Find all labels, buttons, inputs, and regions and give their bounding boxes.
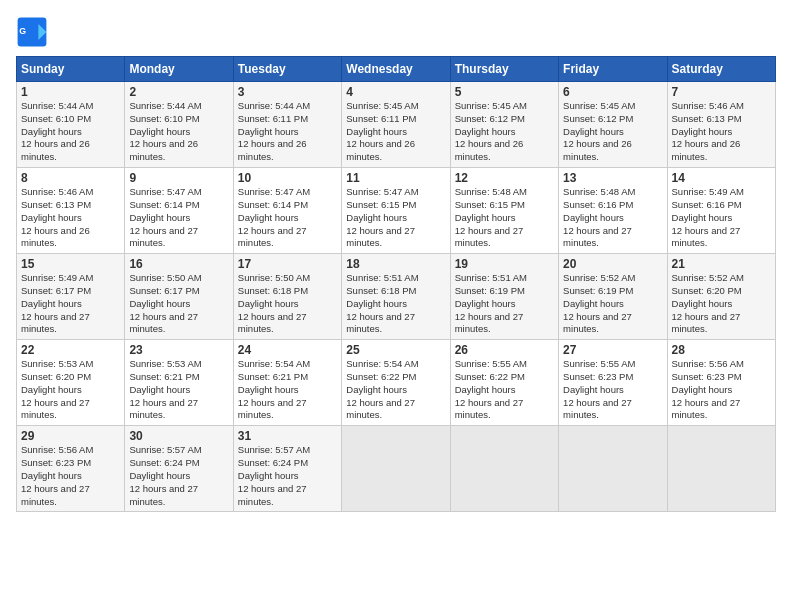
logo: G <box>16 16 52 48</box>
calendar-cell: 20 Sunrise: 5:52 AM Sunset: 6:19 PM Dayl… <box>559 254 667 340</box>
calendar-cell: 1 Sunrise: 5:44 AM Sunset: 6:10 PM Dayli… <box>17 82 125 168</box>
day-info: Sunrise: 5:49 AM Sunset: 6:16 PM Dayligh… <box>672 186 771 250</box>
calendar-cell <box>450 426 558 512</box>
day-number: 15 <box>21 257 120 271</box>
day-number: 23 <box>129 343 228 357</box>
calendar-cell: 13 Sunrise: 5:48 AM Sunset: 6:16 PM Dayl… <box>559 168 667 254</box>
day-info: Sunrise: 5:56 AM Sunset: 6:23 PM Dayligh… <box>21 444 120 508</box>
day-number: 30 <box>129 429 228 443</box>
logo-icon: G <box>16 16 48 48</box>
calendar-cell: 8 Sunrise: 5:46 AM Sunset: 6:13 PM Dayli… <box>17 168 125 254</box>
day-info: Sunrise: 5:57 AM Sunset: 6:24 PM Dayligh… <box>129 444 228 508</box>
day-info: Sunrise: 5:45 AM Sunset: 6:12 PM Dayligh… <box>455 100 554 164</box>
calendar-cell <box>559 426 667 512</box>
day-number: 26 <box>455 343 554 357</box>
calendar-cell: 25 Sunrise: 5:54 AM Sunset: 6:22 PM Dayl… <box>342 340 450 426</box>
calendar-container: G SundayMondayTuesdayWednesdayThursdayFr… <box>0 0 792 520</box>
calendar-cell: 17 Sunrise: 5:50 AM Sunset: 6:18 PM Dayl… <box>233 254 341 340</box>
day-info: Sunrise: 5:44 AM Sunset: 6:11 PM Dayligh… <box>238 100 337 164</box>
week-row-3: 15 Sunrise: 5:49 AM Sunset: 6:17 PM Dayl… <box>17 254 776 340</box>
calendar-cell: 19 Sunrise: 5:51 AM Sunset: 6:19 PM Dayl… <box>450 254 558 340</box>
calendar-cell: 7 Sunrise: 5:46 AM Sunset: 6:13 PM Dayli… <box>667 82 775 168</box>
calendar-cell: 23 Sunrise: 5:53 AM Sunset: 6:21 PM Dayl… <box>125 340 233 426</box>
day-info: Sunrise: 5:50 AM Sunset: 6:18 PM Dayligh… <box>238 272 337 336</box>
day-info: Sunrise: 5:55 AM Sunset: 6:23 PM Dayligh… <box>563 358 662 422</box>
day-info: Sunrise: 5:48 AM Sunset: 6:16 PM Dayligh… <box>563 186 662 250</box>
day-number: 29 <box>21 429 120 443</box>
day-number: 7 <box>672 85 771 99</box>
day-header-thursday: Thursday <box>450 57 558 82</box>
day-header-sunday: Sunday <box>17 57 125 82</box>
day-number: 6 <box>563 85 662 99</box>
day-number: 16 <box>129 257 228 271</box>
calendar-cell: 22 Sunrise: 5:53 AM Sunset: 6:20 PM Dayl… <box>17 340 125 426</box>
calendar-cell: 4 Sunrise: 5:45 AM Sunset: 6:11 PM Dayli… <box>342 82 450 168</box>
day-info: Sunrise: 5:46 AM Sunset: 6:13 PM Dayligh… <box>672 100 771 164</box>
day-info: Sunrise: 5:46 AM Sunset: 6:13 PM Dayligh… <box>21 186 120 250</box>
calendar-cell: 27 Sunrise: 5:55 AM Sunset: 6:23 PM Dayl… <box>559 340 667 426</box>
day-number: 11 <box>346 171 445 185</box>
calendar-cell: 5 Sunrise: 5:45 AM Sunset: 6:12 PM Dayli… <box>450 82 558 168</box>
day-number: 19 <box>455 257 554 271</box>
calendar-cell: 21 Sunrise: 5:52 AM Sunset: 6:20 PM Dayl… <box>667 254 775 340</box>
day-number: 14 <box>672 171 771 185</box>
calendar-cell: 18 Sunrise: 5:51 AM Sunset: 6:18 PM Dayl… <box>342 254 450 340</box>
calendar-cell: 10 Sunrise: 5:47 AM Sunset: 6:14 PM Dayl… <box>233 168 341 254</box>
day-number: 1 <box>21 85 120 99</box>
day-info: Sunrise: 5:51 AM Sunset: 6:18 PM Dayligh… <box>346 272 445 336</box>
day-info: Sunrise: 5:54 AM Sunset: 6:22 PM Dayligh… <box>346 358 445 422</box>
day-number: 2 <box>129 85 228 99</box>
day-info: Sunrise: 5:55 AM Sunset: 6:22 PM Dayligh… <box>455 358 554 422</box>
calendar-cell: 14 Sunrise: 5:49 AM Sunset: 6:16 PM Dayl… <box>667 168 775 254</box>
day-number: 17 <box>238 257 337 271</box>
day-number: 5 <box>455 85 554 99</box>
calendar-cell: 6 Sunrise: 5:45 AM Sunset: 6:12 PM Dayli… <box>559 82 667 168</box>
calendar-cell: 31 Sunrise: 5:57 AM Sunset: 6:24 PM Dayl… <box>233 426 341 512</box>
week-row-5: 29 Sunrise: 5:56 AM Sunset: 6:23 PM Dayl… <box>17 426 776 512</box>
calendar-cell <box>667 426 775 512</box>
day-header-wednesday: Wednesday <box>342 57 450 82</box>
calendar-cell: 2 Sunrise: 5:44 AM Sunset: 6:10 PM Dayli… <box>125 82 233 168</box>
day-number: 4 <box>346 85 445 99</box>
day-info: Sunrise: 5:53 AM Sunset: 6:20 PM Dayligh… <box>21 358 120 422</box>
day-info: Sunrise: 5:52 AM Sunset: 6:20 PM Dayligh… <box>672 272 771 336</box>
day-info: Sunrise: 5:49 AM Sunset: 6:17 PM Dayligh… <box>21 272 120 336</box>
calendar-cell: 24 Sunrise: 5:54 AM Sunset: 6:21 PM Dayl… <box>233 340 341 426</box>
day-info: Sunrise: 5:57 AM Sunset: 6:24 PM Dayligh… <box>238 444 337 508</box>
day-number: 27 <box>563 343 662 357</box>
calendar-cell: 28 Sunrise: 5:56 AM Sunset: 6:23 PM Dayl… <box>667 340 775 426</box>
day-number: 10 <box>238 171 337 185</box>
day-number: 21 <box>672 257 771 271</box>
week-row-1: 1 Sunrise: 5:44 AM Sunset: 6:10 PM Dayli… <box>17 82 776 168</box>
day-number: 8 <box>21 171 120 185</box>
day-number: 3 <box>238 85 337 99</box>
day-info: Sunrise: 5:47 AM Sunset: 6:15 PM Dayligh… <box>346 186 445 250</box>
header: G <box>16 16 776 48</box>
day-header-tuesday: Tuesday <box>233 57 341 82</box>
calendar-cell: 15 Sunrise: 5:49 AM Sunset: 6:17 PM Dayl… <box>17 254 125 340</box>
calendar-cell: 29 Sunrise: 5:56 AM Sunset: 6:23 PM Dayl… <box>17 426 125 512</box>
days-header-row: SundayMondayTuesdayWednesdayThursdayFrid… <box>17 57 776 82</box>
calendar-cell: 26 Sunrise: 5:55 AM Sunset: 6:22 PM Dayl… <box>450 340 558 426</box>
day-number: 28 <box>672 343 771 357</box>
calendar-cell: 11 Sunrise: 5:47 AM Sunset: 6:15 PM Dayl… <box>342 168 450 254</box>
day-info: Sunrise: 5:44 AM Sunset: 6:10 PM Dayligh… <box>21 100 120 164</box>
week-row-2: 8 Sunrise: 5:46 AM Sunset: 6:13 PM Dayli… <box>17 168 776 254</box>
week-row-4: 22 Sunrise: 5:53 AM Sunset: 6:20 PM Dayl… <box>17 340 776 426</box>
day-info: Sunrise: 5:47 AM Sunset: 6:14 PM Dayligh… <box>238 186 337 250</box>
day-info: Sunrise: 5:54 AM Sunset: 6:21 PM Dayligh… <box>238 358 337 422</box>
day-info: Sunrise: 5:56 AM Sunset: 6:23 PM Dayligh… <box>672 358 771 422</box>
calendar-cell: 30 Sunrise: 5:57 AM Sunset: 6:24 PM Dayl… <box>125 426 233 512</box>
day-number: 18 <box>346 257 445 271</box>
day-header-friday: Friday <box>559 57 667 82</box>
day-number: 24 <box>238 343 337 357</box>
calendar-cell: 12 Sunrise: 5:48 AM Sunset: 6:15 PM Dayl… <box>450 168 558 254</box>
day-number: 22 <box>21 343 120 357</box>
day-number: 20 <box>563 257 662 271</box>
day-info: Sunrise: 5:48 AM Sunset: 6:15 PM Dayligh… <box>455 186 554 250</box>
day-number: 9 <box>129 171 228 185</box>
day-header-monday: Monday <box>125 57 233 82</box>
day-info: Sunrise: 5:47 AM Sunset: 6:14 PM Dayligh… <box>129 186 228 250</box>
day-number: 25 <box>346 343 445 357</box>
calendar-cell <box>342 426 450 512</box>
